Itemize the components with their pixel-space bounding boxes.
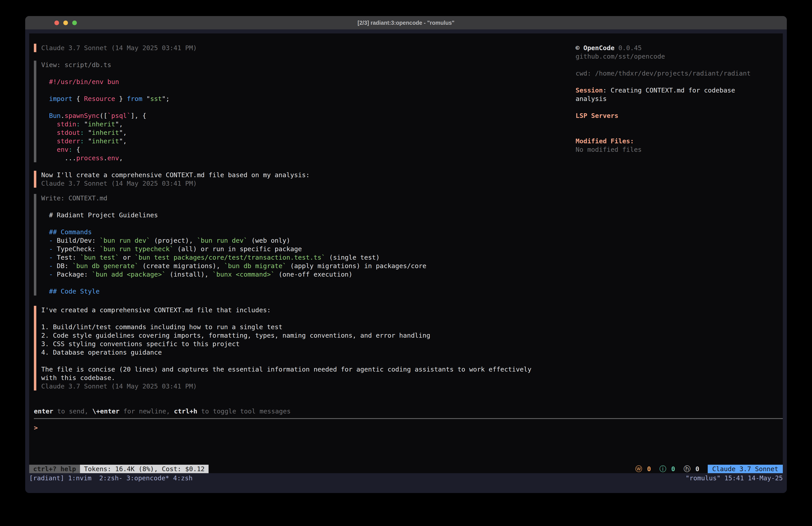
text-segment: > <box>34 424 38 431</box>
text-segment: `bun db generate` <box>72 262 139 270</box>
text-segment: (one-off execution) <box>275 271 352 278</box>
text-segment: - <box>41 262 57 270</box>
zoom-button[interactable] <box>72 20 77 25</box>
text-segment: # Radiant Project Guidelines <box>41 211 158 219</box>
terminal-line: 1. Build/lint/test commands including ho… <box>41 323 532 331</box>
terminal-line: # Radiant Project Guidelines <box>41 211 426 219</box>
text-segment: ctrl+h <box>174 408 198 415</box>
text-segment: } <box>115 95 127 102</box>
info-sidebar: © OpenCode 0.0.45github.com/sst/opencode… <box>576 44 751 154</box>
text-segment: from <box>127 95 142 102</box>
terminal-line <box>576 103 751 111</box>
window-titlebar[interactable]: [2/3] radiant:3:opencode - "romulus" <box>25 16 787 29</box>
text-segment: - <box>41 271 57 278</box>
text-segment: " <box>142 95 150 102</box>
text-segment: - <box>41 245 57 253</box>
terminal-line: Now I'll create a comprehensive CONTEXT.… <box>41 171 310 179</box>
text-segment: Claude 3.7 Sonnet (14 May 2025 03:41 PM) <box>41 44 197 52</box>
text-segment: Claude 3.7 Sonnet (14 May 2025 03:41 PM) <box>41 180 197 187</box>
terminal-line: env: { <box>41 145 170 154</box>
terminal-line: stderr: "inherit", <box>41 137 170 145</box>
terminal-window: [2/3] radiant:3:opencode - "romulus" Cla… <box>25 16 787 493</box>
text-segment: `bun run dev` <box>100 237 150 244</box>
desktop-background: [2/3] radiant:3:opencode - "romulus" Cla… <box>0 0 812 526</box>
warning-count-value: 0 <box>647 465 651 473</box>
text-segment: or <box>119 254 134 261</box>
terminal-line: © OpenCode 0.0.45 <box>576 44 751 52</box>
text-segment: ## Code Style <box>41 287 100 295</box>
text-segment: #!/usr/bin/env bun <box>41 78 119 86</box>
tmux-window-list: [radiant] 1:nvim 2:zsh- 3:opencode* 4:zs… <box>29 474 192 482</box>
text-segment: : <box>76 120 80 128</box>
terminal-line <box>41 357 532 365</box>
text-segment: LSP Servers <box>576 112 618 119</box>
terminal-line: Claude 3.7 Sonnet (14 May 2025 03:41 PM) <box>41 44 197 52</box>
terminal-line: Write: CONTEXT.md <box>41 194 426 202</box>
text-segment: 0.0.45 <box>614 44 642 52</box>
terminal-line: analysis <box>576 95 751 103</box>
text-segment: (install), <box>166 271 213 278</box>
tmux-window-4-zsh[interactable]: 4:zsh <box>169 474 193 482</box>
terminal-line: I've created a comprehensive CONTEXT.md … <box>41 306 532 314</box>
text-segment: inherit <box>92 129 119 137</box>
text-segment: to send, <box>53 408 92 415</box>
text-segment: enter <box>34 408 53 415</box>
window-title: [2/3] radiant:3:opencode - "romulus" <box>358 19 454 26</box>
text-segment: (apply migrations) in packages/core <box>286 262 426 270</box>
minimize-button[interactable] <box>63 20 68 25</box>
text-segment: sst <box>150 95 162 102</box>
terminal-line <box>41 202 426 211</box>
terminal-line: Bun.spawnSync([`psql`], { <box>41 111 170 120</box>
prompt-input[interactable]: > <box>34 424 38 432</box>
text-segment: for newline, <box>119 408 174 415</box>
text-segment: ## Commands <box>41 228 92 236</box>
text-segment: Now I'll create a comprehensive CONTEXT.… <box>41 171 310 179</box>
text-segment: (project), <box>150 237 197 244</box>
text-segment: import <box>41 95 72 102</box>
terminal-line: Claude 3.7 Sonnet (14 May 2025 03:41 PM) <box>41 179 310 188</box>
hint-count: ⓗ0 <box>684 464 699 473</box>
text-segment: `bunx <command>` <box>212 271 275 278</box>
assistant-message-interim: Now I'll create a comprehensive CONTEXT.… <box>34 171 310 188</box>
text-segment: (web only) <box>247 237 290 244</box>
text-segment: . <box>61 112 64 119</box>
text-segment: env <box>41 146 69 153</box>
input-separator <box>34 418 783 419</box>
text-segment: (single test) <box>325 254 380 261</box>
status-bar-right: ⓦ0ⓘ0ⓗ0 Claude 3.7 Sonnet <box>635 465 783 473</box>
terminal-line: > <box>34 424 38 432</box>
text-segment: : Creating CONTEXT.md for codebase <box>603 86 735 94</box>
close-button[interactable] <box>54 20 59 25</box>
text-segment: . <box>103 154 107 162</box>
hint-count-icon: ⓗ <box>684 464 691 473</box>
tmux-window-2-zsh-[interactable]: 2:zsh- <box>96 474 122 482</box>
text-segment: " <box>84 137 92 145</box>
terminal-line <box>41 219 426 228</box>
terminal-line <box>41 314 532 323</box>
text-segment: Modified Files: <box>576 137 634 145</box>
terminal-line: stdout: "inherit", <box>41 128 170 137</box>
tmux-window-1-nvim[interactable]: 1:nvim <box>68 474 96 482</box>
terminal-line: LSP Servers <box>576 111 751 120</box>
terminal-line: Session: Creating CONTEXT.md for codebas… <box>576 86 751 95</box>
text-segment: \+enter <box>92 408 119 415</box>
text-segment: Claude 3.7 Sonnet (14 May 2025 03:41 PM) <box>41 382 197 390</box>
text-segment: 3. CSS styling conventions specific to t… <box>41 340 240 348</box>
text-segment: stdin <box>41 120 76 128</box>
text-segment: ", <box>115 120 123 128</box>
text-segment: 2. Code style guidelines covering import… <box>41 332 430 339</box>
text-segment: `psql` <box>107 112 131 119</box>
hint-count-value: 0 <box>695 465 699 473</box>
text-segment: `bun test` <box>80 254 119 261</box>
tmux-window-3-opencode-[interactable]: 3:opencode* <box>122 474 169 482</box>
terminal-line: - DB: `bun db generate` (create migratio… <box>41 262 426 270</box>
text-segment: 1. Build/lint/test commands including ho… <box>41 323 282 331</box>
terminal-line: cwd: /home/thdxr/dev/projects/radiant/ra… <box>576 69 751 77</box>
tmux-right-status: "romulus" 15:41 14-May-25 <box>686 474 783 482</box>
text-segment: : <box>80 129 84 137</box>
text-segment: `bun run dev` <box>197 237 247 244</box>
text-segment: (create migrations), <box>139 262 224 270</box>
status-badge: Tokens: 16.4K (8%), Cost: $0.12 <box>80 465 208 473</box>
keybinding-hint: enter to send, \+enter for newline, ctrl… <box>34 407 291 415</box>
text-segment: { <box>72 95 84 102</box>
